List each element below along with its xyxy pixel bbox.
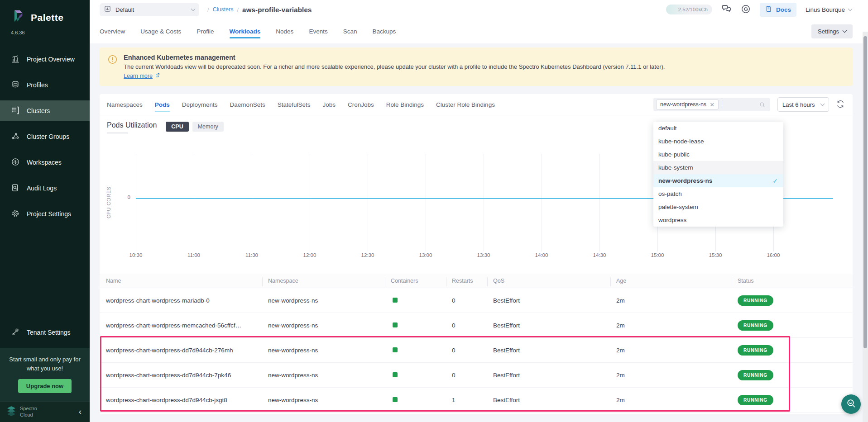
table-row[interactable]: wordpress-chart-wordpress-dd7d944cb-276m… bbox=[100, 338, 853, 363]
chart-mode-button[interactable]: CPU bbox=[166, 122, 188, 132]
user-menu[interactable]: Linus Bourque bbox=[806, 6, 852, 13]
scrollbar-track[interactable] bbox=[863, 32, 868, 422]
status-badge: RUNNING bbox=[738, 295, 773, 306]
sidebar-bottom: Tenant Settings Start small and only pay… bbox=[0, 317, 90, 422]
cluster-tab[interactable]: Scan bbox=[343, 19, 357, 43]
table-row[interactable]: wordpress-chart-wordpress-mariadb-0 new-… bbox=[100, 288, 853, 313]
namespace-cell: new-wordpress-ns bbox=[268, 347, 391, 354]
namespace-filter-input[interactable]: new-wordpress-ns ✕ bbox=[653, 98, 770, 111]
sidebar-item-clusters[interactable]: Clusters bbox=[0, 100, 90, 121]
pod-name-cell: wordpress-chart-wordpress-dd7d944cb-276m… bbox=[106, 347, 268, 354]
container-status-square bbox=[393, 397, 398, 402]
sidebar-item-audit-logs[interactable]: Audit Logs bbox=[0, 178, 90, 199]
namespace-option[interactable]: kube-system ✓ bbox=[653, 161, 783, 174]
warning-icon bbox=[108, 55, 117, 80]
namespace-option[interactable]: os-patch ✓ bbox=[653, 187, 783, 200]
footer-brand-line2: Cloud bbox=[20, 412, 33, 417]
column-header-status[interactable]: Status bbox=[738, 278, 853, 284]
workloads-subtab[interactable]: Deployments bbox=[182, 94, 218, 115]
search-icon bbox=[759, 101, 766, 108]
time-range-select[interactable]: Last 6 hours bbox=[777, 97, 829, 112]
settings-button[interactable]: Settings bbox=[811, 24, 853, 38]
cluster-tab[interactable]: Events bbox=[309, 19, 327, 43]
workloads-subtab[interactable]: StatefulSets bbox=[278, 94, 311, 115]
sidebar-item-cluster-groups[interactable]: Cluster Groups bbox=[0, 126, 90, 147]
brand-name: Palette bbox=[31, 12, 63, 23]
namespace-option[interactable]: palette-system ✓ bbox=[653, 200, 783, 213]
age-cell: 2m bbox=[616, 347, 738, 354]
usage-quota-badge: 2.52/100kCh bbox=[666, 5, 712, 14]
support-chat-button[interactable] bbox=[841, 394, 861, 414]
column-header-namespace[interactable]: Namespace bbox=[268, 278, 391, 284]
sidebar-item-tenant-settings[interactable]: Tenant Settings bbox=[0, 322, 90, 343]
namespace-option[interactable]: wordpress ✓ bbox=[653, 213, 783, 227]
bar-chart-icon bbox=[11, 54, 20, 65]
x-tick-label: 11:00 bbox=[181, 252, 206, 258]
workloads-subtab[interactable]: Namespaces bbox=[107, 94, 143, 115]
namespace-cell: new-wordpress-ns bbox=[268, 372, 391, 379]
workloads-subtab[interactable]: Jobs bbox=[322, 94, 336, 115]
chat-bubbles-icon bbox=[721, 4, 732, 15]
docs-button[interactable]: Docs bbox=[760, 3, 796, 17]
breadcrumb-clusters-link[interactable]: Clusters bbox=[213, 6, 234, 13]
pod-name-cell: wordpress-chart-wordpress-mariadb-0 bbox=[106, 297, 268, 304]
table-row[interactable]: wordpress-chart-wordpress-dd7d944cb-jsgt… bbox=[100, 388, 853, 413]
namespace-option[interactable]: default ✓ bbox=[653, 122, 783, 135]
qos-cell: BestEffort bbox=[493, 297, 616, 304]
column-header-age[interactable]: Age bbox=[616, 278, 738, 284]
project-selector[interactable]: Default bbox=[100, 3, 199, 16]
cluster-tab[interactable]: Backups bbox=[372, 19, 396, 43]
workloads-subtab[interactable]: DaemonSets bbox=[230, 94, 265, 115]
x-tick-label: 13:30 bbox=[471, 252, 496, 258]
namespace-option[interactable]: new-wordpress-ns ✓ bbox=[653, 174, 783, 187]
status-badge: RUNNING bbox=[738, 370, 773, 380]
upgrade-promo: Start small and only pay for what you us… bbox=[0, 348, 90, 401]
x-tick-label: 13:00 bbox=[413, 252, 438, 258]
restarts-cell: 0 bbox=[452, 372, 493, 379]
scrollbar-thumb[interactable] bbox=[863, 36, 867, 348]
chart-header: Pods Utilization CPU Memory bbox=[107, 121, 224, 133]
help-button[interactable] bbox=[741, 4, 751, 15]
table-row[interactable]: wordpress-chart-wordpress-dd7d944cb-7pk4… bbox=[100, 363, 853, 388]
gear-icon bbox=[11, 209, 20, 219]
tools-icon bbox=[11, 327, 20, 338]
workloads-subtab[interactable]: CronJobs bbox=[348, 94, 374, 115]
chevron-down-icon bbox=[843, 28, 847, 33]
gridline bbox=[136, 154, 136, 251]
chart-mode-button[interactable]: Memory bbox=[192, 122, 224, 132]
pod-name-cell: wordpress-chart-wordpress-dd7d944cb-jsgt… bbox=[106, 397, 268, 403]
sidebar-item-project-overview[interactable]: Project Overview bbox=[0, 49, 90, 70]
sidebar-item-profiles[interactable]: Profiles bbox=[0, 75, 90, 95]
cluster-tab[interactable]: Usage & Costs bbox=[140, 19, 181, 43]
upgrade-now-button[interactable]: Upgrade now bbox=[18, 379, 72, 393]
remove-chip-icon[interactable]: ✕ bbox=[710, 102, 715, 108]
collapse-sidebar-icon[interactable]: ‹ bbox=[79, 407, 82, 417]
cluster-tab[interactable]: Nodes bbox=[276, 19, 293, 43]
settings-label: Settings bbox=[818, 28, 839, 35]
workloads-subtab[interactable]: Role Bindings bbox=[386, 94, 424, 115]
table-row[interactable]: wordpress-chart-wordpress-memcached-56cf… bbox=[100, 313, 853, 338]
status-badge: RUNNING bbox=[738, 395, 773, 405]
column-header-name[interactable]: Name bbox=[106, 278, 268, 284]
chart-mode-toggle: CPU Memory bbox=[166, 122, 224, 132]
learn-more-link[interactable]: Learn more bbox=[124, 72, 160, 79]
sidebar-item-workspaces[interactable]: Workspaces bbox=[0, 152, 90, 173]
cluster-tab[interactable]: Workloads bbox=[230, 19, 261, 43]
x-tick-label: 15:00 bbox=[645, 252, 670, 258]
sidebar-item-project-settings[interactable]: Project Settings bbox=[0, 204, 90, 224]
deprecation-banner: Enhanced Kubernetes management The curre… bbox=[100, 47, 853, 86]
refresh-button[interactable] bbox=[836, 100, 844, 109]
column-header-containers[interactable]: Containers bbox=[391, 278, 452, 284]
qos-cell: BestEffort bbox=[493, 347, 616, 354]
namespace-option[interactable]: kube-node-lease ✓ bbox=[653, 135, 783, 148]
column-header-qos[interactable]: QoS bbox=[493, 278, 616, 284]
feedback-chat-button[interactable] bbox=[721, 4, 732, 15]
workloads-subtab[interactable]: Pods bbox=[155, 94, 170, 115]
cluster-tab[interactable]: Overview bbox=[100, 19, 125, 43]
banner-title: Enhanced Kubernetes management bbox=[124, 54, 665, 61]
table-header-row: Name Namespace Containers Restarts QoS A… bbox=[100, 274, 853, 288]
database-icon bbox=[11, 80, 20, 90]
workloads-subtab[interactable]: Cluster Role Bindings bbox=[436, 94, 495, 115]
namespace-option[interactable]: kube-public ✓ bbox=[653, 148, 783, 161]
cluster-tab[interactable]: Profile bbox=[197, 19, 214, 43]
